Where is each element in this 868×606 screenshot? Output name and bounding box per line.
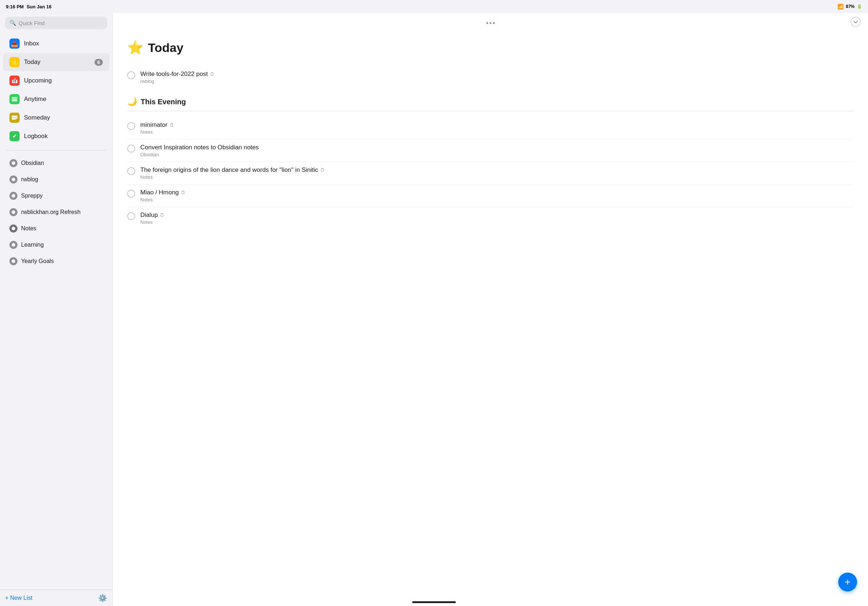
note-icon-1: 🗒 <box>210 71 214 77</box>
rwblog-label: rwblog <box>21 176 38 183</box>
chevron-down-button[interactable] <box>851 17 861 29</box>
today-tasks-section: Write tools-for-2022 post 🗒 rwblog <box>127 66 854 88</box>
task-content-2: minimator 🗒 Notes <box>140 121 854 135</box>
task-content-6: Dialup 🗒 Notes <box>140 212 854 225</box>
settings-icon: ⚙️ <box>98 594 107 602</box>
task-title-2: minimator 🗒 <box>140 121 854 128</box>
sidebar-item-today[interactable]: ⭐ Today 6 <box>3 53 109 71</box>
main-content: ⭐ Today Write tools-for-2022 post 🗒 rwbl… <box>113 13 868 606</box>
task-row: Miao / Hmong 🗒 Notes <box>127 185 854 207</box>
sidebar-item-rwblickhan[interactable]: rwblickhan.org Refresh <box>3 204 109 220</box>
svg-rect-5 <box>12 119 16 120</box>
task-checkbox-2[interactable] <box>127 122 135 130</box>
top-bar-dots <box>486 22 495 24</box>
battery-icon: 🔋 <box>857 4 862 9</box>
sidebar-item-learning[interactable]: Learning <box>3 237 109 253</box>
sidebar-item-someday[interactable]: Someday <box>3 109 109 127</box>
svg-rect-4 <box>12 117 17 119</box>
status-bar: 9:16 PM Sun Jan 16 📶 87% 🔋 <box>0 0 868 13</box>
task-row: Write tools-for-2022 post 🗒 rwblog <box>127 66 854 88</box>
battery-level: 87% <box>846 4 854 9</box>
task-checkbox-4[interactable] <box>127 167 135 175</box>
search-bar[interactable]: 🔍 Quick Find <box>5 17 107 29</box>
add-task-button[interactable]: + <box>838 573 857 592</box>
sidebar-item-anytime[interactable]: Anytime <box>3 90 109 108</box>
page-title-text: Today <box>148 41 184 55</box>
upcoming-icon: 📅 <box>9 76 20 86</box>
spreppy-label: Spreppy <box>21 193 43 199</box>
task-checkbox-6[interactable] <box>127 212 135 220</box>
sidebar-item-notes[interactable]: Notes <box>3 221 109 237</box>
task-subtitle-3: Obsidian <box>140 152 854 157</box>
task-content-1: Write tools-for-2022 post 🗒 rwblog <box>140 71 854 84</box>
sidebar-item-rwblog[interactable]: rwblog <box>3 172 109 187</box>
task-row: Convert Inspiration notes to Obsidian no… <box>127 139 854 162</box>
today-label: Today <box>24 59 90 66</box>
notes-project-icon <box>9 224 17 232</box>
task-content-4: The foreign origins of the lion dance an… <box>140 166 854 180</box>
wifi-icon: 📶 <box>837 4 844 9</box>
today-icon: ⭐ <box>9 57 20 67</box>
note-icon-6: 🗒 <box>160 213 164 218</box>
this-evening-section: 🌙 This Evening minimator 🗒 Notes <box>127 97 854 229</box>
task-checkbox-3[interactable] <box>127 145 135 153</box>
sidebar-item-spreppy[interactable]: Spreppy <box>3 188 109 204</box>
section-header-evening: 🌙 This Evening <box>127 97 854 111</box>
task-checkbox-5[interactable] <box>127 190 135 198</box>
upcoming-label: Upcoming <box>24 77 103 84</box>
top-bar <box>113 13 868 33</box>
learning-label: Learning <box>21 241 43 248</box>
svg-point-6 <box>851 17 860 26</box>
sidebar-footer: + New List ⚙️ <box>0 590 112 606</box>
dot-1 <box>486 22 488 24</box>
task-subtitle-1: rwblog <box>140 79 854 84</box>
task-row: minimator 🗒 Notes <box>127 117 854 139</box>
sidebar-divider <box>6 150 106 150</box>
task-title-4: The foreign origins of the lion dance an… <box>140 166 854 174</box>
svg-rect-3 <box>12 116 17 117</box>
note-icon-4: 🗒 <box>320 167 325 173</box>
evening-title: This Evening <box>141 98 186 106</box>
status-bar-left: 9:16 PM Sun Jan 16 <box>6 4 52 9</box>
rwblickhan-label: rwblickhan.org Refresh <box>21 209 81 215</box>
new-list-button[interactable]: + New List <box>5 595 33 601</box>
task-content-5: Miao / Hmong 🗒 Notes <box>140 189 854 203</box>
task-title-1: Write tools-for-2022 post 🗒 <box>140 71 854 78</box>
sidebar-item-yearly-goals[interactable]: Yearly Goals <box>3 253 109 269</box>
settings-button[interactable]: ⚙️ <box>98 594 107 602</box>
svg-rect-1 <box>12 99 17 100</box>
inbox-icon: 📥 <box>9 39 20 49</box>
rwblickhan-project-icon <box>9 208 17 216</box>
date: Sun Jan 16 <box>26 4 52 9</box>
anytime-icon <box>9 94 20 104</box>
dot-2 <box>490 22 491 24</box>
rwblog-project-icon <box>9 175 17 184</box>
app-container: 🔍 Quick Find 📥 Inbox ⭐ Today 6 📅 Upcomin… <box>0 13 868 606</box>
today-badge: 6 <box>95 59 103 66</box>
search-placeholder: Quick Find <box>19 20 45 26</box>
sidebar-item-obsidian[interactable]: Obsidian <box>3 155 109 171</box>
sidebar-item-inbox[interactable]: 📥 Inbox <box>3 34 109 53</box>
svg-rect-2 <box>12 100 17 101</box>
someday-label: Someday <box>24 114 103 121</box>
new-list-label: + New List <box>5 595 33 601</box>
anytime-label: Anytime <box>24 96 103 103</box>
learning-project-icon <box>9 241 17 249</box>
logbook-icon: ✔ <box>9 131 20 141</box>
task-subtitle-4: Notes <box>140 175 854 180</box>
svg-rect-0 <box>12 97 17 98</box>
note-icon-5: 🗒 <box>181 190 185 195</box>
task-checkbox-1[interactable] <box>127 71 135 79</box>
obsidian-label: Obsidian <box>21 160 44 166</box>
status-bar-right: 📶 87% 🔋 <box>837 4 862 9</box>
page-title: ⭐ Today <box>127 40 854 55</box>
obsidian-project-icon <box>9 159 17 167</box>
content-area: ⭐ Today Write tools-for-2022 post 🗒 rwbl… <box>113 33 868 237</box>
sidebar-item-logbook[interactable]: ✔ Logbook <box>3 127 109 145</box>
sidebar-item-upcoming[interactable]: 📅 Upcoming <box>3 71 109 90</box>
sidebar: 🔍 Quick Find 📥 Inbox ⭐ Today 6 📅 Upcomin… <box>0 13 113 606</box>
task-content-3: Convert Inspiration notes to Obsidian no… <box>140 144 854 157</box>
add-icon: + <box>845 576 851 588</box>
inbox-label: Inbox <box>24 40 103 47</box>
notes-label: Notes <box>21 225 36 232</box>
